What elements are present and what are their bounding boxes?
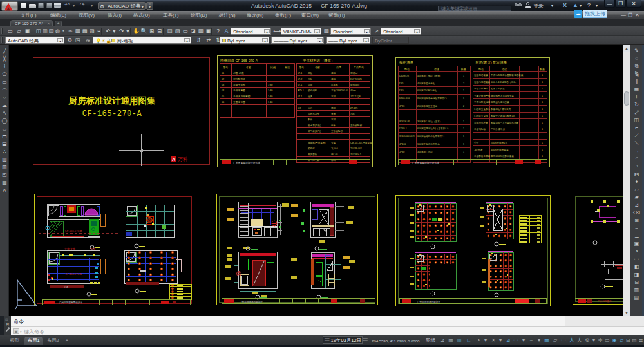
svg-text:JP20: JP20 — [399, 105, 404, 108]
svg-text:广州日报图库两组设计: 广州日报图库两组设计 — [59, 301, 82, 304]
svg-text:文字: 文字 — [90, 247, 95, 250]
svg-text:A: A — [172, 157, 175, 162]
svg-text:吊柜下防潮灯: 吊柜下防潮灯 — [474, 87, 488, 90]
svg-text:600宽拉篮吊柜4Q（左右开门）: 600宽拉篮吊柜4Q（左右开门） — [417, 127, 450, 130]
svg-text:600宽油烟机吊柜带双开门: 600宽油烟机吊柜带双开门 — [417, 135, 444, 138]
svg-text:广州日报图库两组设计: 广州日报图库两组设计 — [417, 300, 440, 303]
svg-text:吊顶配套工具箱: 吊顶配套工具箱 — [474, 155, 491, 158]
svg-text:1: 1 — [542, 115, 543, 117]
svg-text:小计: 小计 — [473, 141, 479, 144]
svg-text:名称: 名称 — [315, 66, 320, 69]
svg-text:数量: 数量 — [540, 68, 545, 71]
svg-text:总体平面图: 总体平面图 — [232, 83, 245, 86]
svg-text:JP100: JP100 — [399, 143, 406, 145]
svg-text:甲供材料表（建筑）: 甲供材料表（建筑） — [303, 59, 335, 63]
svg-text:100宽立板收口立拉蓝: 100宽立板收口立拉蓝 — [417, 142, 440, 145]
svg-text:提前预留人员现场安装: 提前预留人员现场安装 — [491, 94, 514, 97]
svg-text:材料配置表: 材料配置表 — [233, 77, 245, 80]
svg-text:常用现场标准配置套装: 常用现场标准配置套装 — [491, 155, 514, 158]
svg-text:橱柜: 橱柜 — [308, 72, 313, 75]
svg-text:D60: D60 — [399, 89, 404, 92]
svg-text:厨房标准设计通用图集: 厨房标准设计通用图集 — [68, 96, 156, 106]
svg-text:水槽: 水槽 — [308, 107, 313, 109]
svg-text:备注: 备注 — [285, 66, 290, 69]
svg-text:1: 1 — [542, 149, 543, 151]
svg-text:恒温门花洒套装: 恒温门花洒套装 — [473, 80, 491, 84]
svg-text:比例: 比例 — [270, 66, 276, 70]
svg-text:广东发展集团设计研究院: 广东发展集团设计研究院 — [233, 161, 260, 164]
svg-text:06: 06 — [222, 101, 224, 104]
svg-text:400宽单拉蓝地柜: 400宽单拉蓝地柜 — [417, 82, 435, 85]
svg-text:数量: 数量 — [461, 68, 466, 71]
svg-text:安装: 安装 — [331, 141, 336, 144]
svg-text:封面·封底: 封面·封底 — [233, 71, 244, 75]
svg-text:1: 1 — [542, 155, 543, 158]
svg-text:D800-S60: D800-S60 — [399, 97, 410, 100]
svg-text:主管线预留: 主管线预留 — [331, 129, 343, 133]
svg-text:07-1: 07-1 — [298, 84, 302, 86]
svg-text:1: 1 — [463, 120, 464, 123]
svg-text:墨林: 墨林 — [331, 107, 336, 109]
svg-text:配套中空玻璃门配置1式: 配套中空玻璃门配置1式 — [491, 114, 515, 117]
svg-text:07-2: 07-2 — [298, 78, 302, 80]
svg-text:1:30: 1:30 — [268, 84, 272, 86]
svg-text:CF-165-270-A: CF-165-270-A — [82, 109, 142, 118]
svg-text:吊柜: 吊柜 — [308, 78, 313, 80]
svg-text:27-125: 27-125 — [350, 107, 357, 109]
svg-text:产品型号: 产品型号 — [354, 66, 364, 69]
svg-text:CF-165-270-A: CF-165-270-A — [65, 229, 82, 232]
svg-text:铰链烟机: 铰链烟机 — [307, 89, 317, 92]
svg-text:CW-10-J02-平板直吸: CW-10-J02-平板直吸 — [350, 141, 372, 144]
svg-text:200标准配置1式: 200标准配置1式 — [491, 142, 507, 144]
svg-text:W-DG-60GL/R: W-DG-60GL/R — [399, 135, 415, 138]
svg-text:台面挡水胶条: 台面挡水胶条 — [474, 121, 488, 124]
svg-text:照明灯: 照明灯 — [308, 147, 315, 150]
svg-text:热水器(电热): 热水器(电热) — [308, 124, 321, 127]
svg-text:1:30: 1:30 — [268, 89, 272, 92]
svg-text:摩恩: 摩恩 — [331, 112, 336, 115]
svg-text:D240-1: D240-1 — [399, 127, 407, 130]
svg-text:1: 1 — [542, 128, 543, 131]
svg-text:志邦: 志邦 — [331, 95, 336, 98]
svg-text:1: 1 — [542, 74, 543, 77]
svg-text:万科: 万科 — [178, 156, 188, 162]
svg-text:总体天花布置图: 总体天花布置图 — [232, 95, 251, 98]
svg-text:70318G+5: 70318G+5 — [350, 153, 361, 156]
svg-text:CF-165-270-A: CF-165-270-A — [65, 272, 82, 276]
svg-text:志邦: 志邦 — [331, 118, 336, 121]
svg-text:门吊轨五金件: 门吊轨五金件 — [474, 114, 488, 117]
svg-text:AZ9-1: AZ9-1 — [298, 89, 304, 92]
svg-text:300宽单门吊柜: 300宽单门吊柜 — [417, 150, 433, 153]
svg-text:广州日报图库两组设计: 广州日报图库两组设计 — [240, 300, 263, 303]
svg-text:立面索引图: 立面索引图 — [233, 100, 245, 104]
svg-text:1: 1 — [463, 97, 464, 100]
svg-text:400标准配置套装: 400标准配置套装 — [491, 149, 509, 151]
svg-text:1: 1 — [542, 81, 543, 84]
svg-text:1: 1 — [542, 101, 543, 104]
svg-text:石英石: 石英石 — [331, 84, 338, 86]
svg-text:广东发展集团设计研究院: 广东发展集团设计研究院 — [412, 161, 439, 164]
svg-text:2: 2 — [463, 82, 464, 85]
svg-text:名称: 名称 — [246, 66, 251, 69]
svg-text:柜体下方安装: 柜体下方安装 — [490, 87, 505, 90]
svg-text:07-1: 07-1 — [298, 72, 302, 75]
svg-text:灶具: 灶具 — [308, 95, 313, 98]
svg-text:品牌: 品牌 — [336, 66, 341, 69]
svg-text:恒温花洒套装: 恒温花洒套装 — [473, 73, 488, 77]
svg-text:600宽 250M门地柜: 600宽 250M门地柜 — [417, 89, 437, 92]
svg-text:油烟机(警报装置): 油烟机(警报装置) — [308, 141, 326, 144]
svg-text:西门子: 西门子 — [331, 153, 338, 156]
svg-text:描述: 描述 — [434, 68, 439, 71]
svg-text:1: 1 — [463, 135, 464, 138]
svg-text:600×1-4过滤花洒（可选）: 600×1-4过滤花洒（可选） — [491, 80, 518, 84]
svg-text:冷热水龙头: 冷热水龙头 — [308, 112, 319, 115]
svg-text:现场: 现场 — [331, 72, 336, 75]
svg-text:文字: 文字 — [64, 285, 69, 288]
svg-text:40cm: 40cm — [350, 89, 356, 92]
svg-text:测试kd: 测试kd — [350, 71, 357, 75]
svg-text:配套橱柜门配置1式: 配套橱柜门配置1式 — [491, 108, 511, 111]
svg-text:1: 1 — [542, 122, 543, 124]
svg-text:JP30: JP30 — [399, 151, 404, 153]
svg-text:能率: 能率 — [331, 124, 336, 127]
svg-text:型号: 型号 — [404, 68, 410, 71]
